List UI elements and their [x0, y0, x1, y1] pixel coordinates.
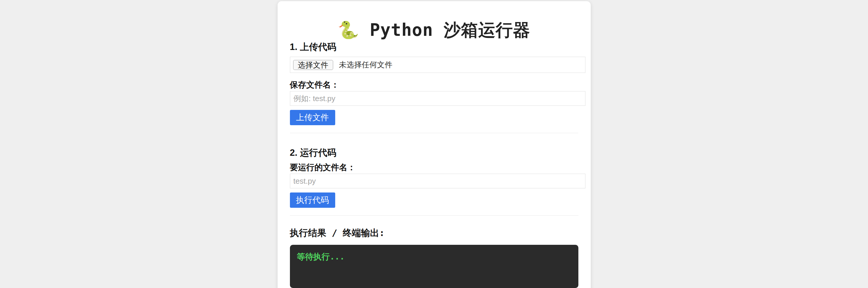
run-filename-label: 要运行的文件名：	[290, 162, 578, 172]
main-card: 🐍 Python 沙箱运行器 1. 上传代码 选择文件 未选择任何文件 保存文件…	[278, 1, 591, 288]
file-input[interactable]: 选择文件 未选择任何文件	[290, 57, 585, 73]
choose-file-button[interactable]: 选择文件	[293, 60, 333, 70]
page-title-text: Python 沙箱运行器	[370, 20, 530, 40]
snake-emoji-icon: 🐍	[338, 20, 359, 40]
save-filename-label: 保存文件名：	[290, 80, 578, 90]
upload-section-heading: 1. 上传代码	[290, 41, 578, 52]
file-status-text: 未选择任何文件	[339, 60, 393, 70]
terminal-status-text: 等待执行...	[297, 252, 345, 261]
section-divider	[290, 133, 578, 133]
run-filename-input[interactable]	[290, 174, 585, 188]
upload-file-button[interactable]: 上传文件	[290, 110, 335, 125]
page-title: 🐍 Python 沙箱运行器	[290, 20, 578, 41]
save-filename-input[interactable]	[290, 91, 585, 106]
output-heading: 执行结果 / 终端输出:	[290, 227, 578, 238]
page-viewport: 🐍 Python 沙箱运行器 1. 上传代码 选择文件 未选择任何文件 保存文件…	[0, 0, 868, 288]
execute-code-button[interactable]: 执行代码	[290, 192, 335, 208]
run-section-heading: 2. 运行代码	[290, 147, 578, 158]
terminal-output: 等待执行...	[290, 245, 578, 288]
